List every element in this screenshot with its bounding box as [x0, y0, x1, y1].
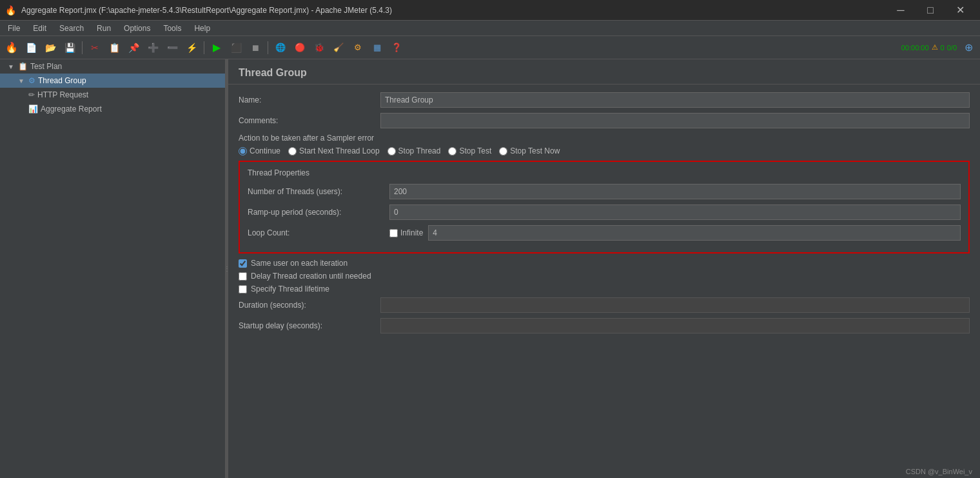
toolbar-shutdown-btn[interactable]: ⏹ — [246, 39, 264, 57]
menu-help[interactable]: Help — [189, 23, 215, 34]
radio-stop-thread-input[interactable] — [387, 147, 396, 155]
menu-search[interactable]: Search — [54, 23, 89, 34]
toolbar-clear-btn[interactable]: 🧹 — [329, 39, 348, 57]
duration-row: Duration (seconds): — [239, 297, 970, 313]
toolbar-table-btn[interactable]: ▦ — [368, 39, 386, 57]
templates-icon: 📄 — [26, 43, 37, 53]
sidebar-httprequest-label: HTTP Request — [37, 90, 88, 99]
toolbar-paste-btn[interactable]: 📌 — [124, 39, 142, 57]
copy-icon: 📋 — [109, 43, 120, 53]
title-bar: 🔥 Aggregate Report.jmx (F:\apache-jmeter… — [0, 0, 980, 21]
cut-icon: ✂ — [91, 43, 99, 53]
radio-stop-test[interactable]: Stop Test — [448, 146, 491, 155]
same-user-row: Same user on each iteration — [239, 259, 970, 268]
menu-options[interactable]: Options — [119, 23, 155, 34]
httprequest-icon: ✏ — [28, 90, 35, 99]
menu-bar: File Edit Search Run Options Tools Help — [0, 21, 980, 36]
loop-count-label: Loop Count: — [248, 228, 389, 237]
duration-input[interactable] — [380, 297, 970, 313]
name-label: Name: — [239, 95, 380, 105]
toggle-icon: ⚡ — [186, 43, 197, 53]
toolbar-templates-btn[interactable]: 📄 — [22, 39, 40, 57]
sidebar-testplan-label: Test Plan — [30, 62, 62, 71]
close-button[interactable]: ✕ — [945, 0, 975, 21]
menu-file[interactable]: File — [3, 23, 25, 34]
log-icon: 🐞 — [314, 43, 324, 52]
clear-icon: 🧹 — [333, 43, 344, 52]
specify-lifetime-checkbox[interactable] — [239, 285, 247, 294]
thread-properties-box: Thread Properties Number of Threads (use… — [239, 161, 970, 254]
loop-count-input[interactable] — [428, 225, 961, 241]
toolbar-save-btn[interactable]: 💾 — [61, 39, 79, 57]
toolbar-remote-start-btn[interactable]: 🌐 — [271, 39, 289, 57]
toolbar-cut-btn[interactable]: ✂ — [86, 39, 104, 57]
same-user-checkbox[interactable] — [239, 259, 247, 268]
app-icon: 🔥 — [5, 5, 16, 15]
new-icon: 🔥 — [5, 41, 18, 54]
sidebar-item-threadgroup[interactable]: ▼ ⚙ Thread Group — [0, 74, 225, 88]
delay-thread-label: Delay Thread creation until needed — [251, 272, 371, 281]
name-input[interactable] — [380, 92, 970, 108]
main-layout: ▼ 📋 Test Plan ▼ ⚙ Thread Group ✏ HTTP Re… — [0, 59, 980, 478]
open-icon: 📂 — [45, 43, 56, 53]
sidebar-item-aggregatereport[interactable]: 📊 Aggregate Report — [0, 102, 225, 116]
name-row: Name: — [239, 92, 970, 108]
toolbar-remote-stop-btn[interactable]: 🔴 — [291, 39, 309, 57]
radio-stop-test-label: Stop Test — [459, 146, 491, 155]
toolbar-new-btn[interactable]: 🔥 — [3, 39, 21, 57]
title-bar-controls: ─ □ ✕ — [886, 0, 975, 21]
menu-tools[interactable]: Tools — [158, 23, 186, 34]
sidebar-item-testplan[interactable]: ▼ 📋 Test Plan — [0, 59, 225, 74]
menu-edit[interactable]: Edit — [28, 23, 52, 34]
toolbar-sep-2 — [204, 41, 204, 54]
toolbar-remote-add-btn[interactable]: ⊕ — [959, 39, 977, 57]
maximize-button[interactable]: □ — [916, 0, 945, 21]
radio-start-next-input[interactable] — [288, 147, 297, 155]
infinite-checkbox[interactable] — [389, 229, 398, 237]
radio-stop-test-input[interactable] — [448, 147, 456, 155]
rampup-input[interactable] — [389, 204, 961, 220]
radio-start-next[interactable]: Start Next Thread Loop — [288, 146, 380, 155]
minimize-button[interactable]: ─ — [886, 0, 916, 21]
radio-continue[interactable]: Continue — [239, 146, 280, 155]
help-icon: ❓ — [391, 43, 402, 52]
num-threads-row: Number of Threads (users): — [248, 184, 961, 199]
radio-continue-input[interactable] — [239, 147, 247, 155]
comments-row: Comments: — [239, 113, 970, 128]
delay-thread-checkbox[interactable] — [239, 272, 247, 281]
aggregatereport-icon: 📊 — [28, 105, 38, 114]
rampup-label: Ramp-up period (seconds): — [248, 208, 389, 217]
toolbar-log-btn[interactable]: 🐞 — [310, 39, 328, 57]
toolbar-collapse-btn[interactable]: ➖ — [163, 39, 181, 57]
toolbar-stop-btn[interactable]: ⬛ — [227, 39, 245, 57]
sidebar-item-httprequest[interactable]: ✏ HTTP Request — [0, 88, 225, 102]
radio-stop-thread[interactable]: Stop Thread — [387, 146, 441, 155]
shutdown-icon: ⏹ — [251, 43, 260, 53]
loop-count-row: Loop Count: Infinite — [248, 225, 961, 241]
toolbar-copy-btn[interactable]: 📋 — [105, 39, 123, 57]
sidebar: ▼ 📋 Test Plan ▼ ⚙ Thread Group ✏ HTTP Re… — [0, 59, 226, 478]
toolbar-expand-btn[interactable]: ➕ — [144, 39, 162, 57]
expand-icon: ➕ — [148, 43, 159, 53]
toolbar-run-btn[interactable]: ▶ — [208, 39, 226, 57]
toolbar-sep-1 — [82, 41, 83, 54]
toolbar-open-btn[interactable]: 📂 — [41, 39, 59, 57]
toolbar-toggle-btn[interactable]: ⚡ — [182, 39, 201, 57]
function-icon: ⚙ — [354, 43, 362, 52]
toolbar-help-btn[interactable]: ❓ — [387, 39, 406, 57]
comments-input[interactable] — [380, 113, 970, 128]
delay-thread-row: Delay Thread creation until needed — [239, 272, 970, 281]
startup-delay-input[interactable] — [380, 318, 970, 334]
infinite-checkbox-label[interactable]: Infinite — [389, 228, 423, 237]
num-threads-label: Number of Threads (users): — [248, 187, 389, 196]
menu-run[interactable]: Run — [92, 23, 116, 34]
radio-stop-test-now-input[interactable] — [499, 147, 507, 155]
toolbar-function-btn[interactable]: ⚙ — [349, 39, 367, 57]
rampup-row: Ramp-up period (seconds): — [248, 204, 961, 220]
status-bar: CSDN @v_BinWei_v — [898, 465, 980, 478]
sidebar-threadgroup-label: Thread Group — [38, 76, 86, 85]
paste-icon: 📌 — [128, 43, 139, 53]
title-bar-left: 🔥 Aggregate Report.jmx (F:\apache-jmeter… — [5, 5, 392, 15]
radio-stop-test-now[interactable]: Stop Test Now — [499, 146, 560, 155]
num-threads-input[interactable] — [389, 184, 961, 199]
